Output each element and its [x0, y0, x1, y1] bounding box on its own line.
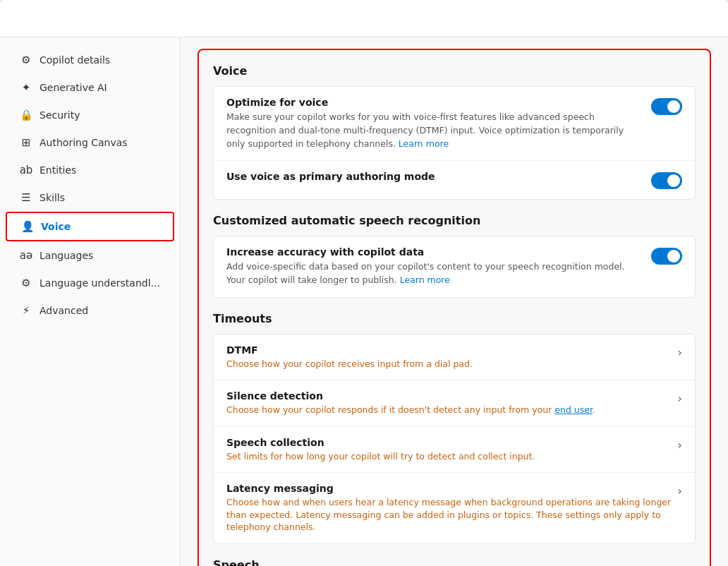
card-desc-optimize-voice: Make sure your copilot works for you wit…	[226, 111, 640, 150]
sidebar-item-voice[interactable]: 👤Voice	[6, 212, 174, 241]
sidebar-label-languages: Languages	[40, 250, 93, 261]
sidebar-item-language-understanding[interactable]: ⚙Language understandl...	[6, 270, 174, 296]
card-title-use-voice-primary: Use voice as primary authoring mode	[226, 171, 640, 182]
security-icon: 🔒	[20, 109, 32, 121]
row-speech-collection[interactable]: Speech collectionSet limits for how long…	[214, 427, 695, 474]
card-title-optimize-voice: Optimize for voice	[226, 97, 640, 108]
sidebar-item-authoring-canvas[interactable]: ⊞Authoring Canvas	[6, 129, 174, 156]
section-title-custom-asr-section: Customized automatic speech recognition	[213, 214, 696, 227]
sidebar-label-entities: Entities	[40, 164, 76, 176]
authoring-canvas-icon: ⊞	[20, 136, 32, 149]
section-title-speech-section: Speech	[213, 558, 696, 566]
sidebar-label-advanced: Advanced	[40, 305, 88, 316]
section-custom-asr-section: Customized automatic speech recognitionI…	[213, 214, 696, 298]
skills-icon: ☰	[20, 191, 32, 204]
sidebar-label-authoring-canvas: Authoring Canvas	[40, 137, 128, 148]
copilot-details-icon: ⚙	[20, 54, 32, 66]
row-desc-speech-collection: Set limits for how long your copilot wil…	[226, 450, 678, 463]
section-title-timeouts-section: Timeouts	[213, 312, 696, 325]
row-title-latency-messaging: Latency messaging	[226, 483, 678, 494]
chevron-silence-detection: ›	[678, 392, 682, 405]
sidebar-label-security: Security	[40, 109, 80, 121]
row-dtmf[interactable]: DTMFChoose how your copilot receives inp…	[214, 335, 695, 381]
entities-icon: ab	[20, 164, 32, 176]
row-title-dtmf: DTMF	[226, 344, 678, 356]
advanced-icon: ⚡	[20, 304, 32, 317]
toggle-optimize-voice[interactable]	[651, 98, 682, 115]
sidebar-item-languages[interactable]: aəLanguages	[6, 242, 174, 269]
sidebar-item-skills[interactable]: ☰Skills	[6, 184, 174, 211]
section-title-voice-section: Voice	[213, 64, 696, 78]
chevron-latency-messaging: ›	[678, 484, 682, 498]
sidebar-label-voice: Voice	[41, 221, 71, 232]
main-content: VoiceOptimize for voiceMake sure your co…	[181, 37, 728, 566]
card-desc-increase-accuracy: Add voice-specific data based on your co…	[226, 260, 640, 287]
row-latency-messaging[interactable]: Latency messagingChoose how and when use…	[214, 473, 695, 543]
card-title-increase-accuracy: Increase accuracy with copilot data	[226, 246, 640, 258]
toggle-increase-accuracy[interactable]	[651, 248, 682, 265]
row-silence-detection[interactable]: Silence detectionChoose how your copilot…	[214, 380, 695, 427]
sidebar: ⚙Copilot details✦Generative AI🔒Security⊞…	[0, 37, 181, 566]
language-understanding-icon: ⚙	[20, 277, 32, 289]
row-title-speech-collection: Speech collection	[226, 437, 678, 448]
sidebar-item-entities[interactable]: abEntities	[6, 157, 174, 183]
row-desc-latency-messaging: Choose how and when users hear a latency…	[226, 496, 678, 534]
voice-icon: 👤	[21, 220, 34, 233]
window-body: ⚙Copilot details✦Generative AI🔒Security⊞…	[0, 37, 728, 566]
sidebar-item-generative-ai[interactable]: ✦Generative AI	[6, 74, 174, 101]
close-button[interactable]	[694, 11, 714, 31]
settings-window: ⚙Copilot details✦Generative AI🔒Security⊞…	[0, 0, 728, 566]
sidebar-label-language-understanding: Language understandl...	[40, 277, 160, 289]
sidebar-label-copilot-details: Copilot details	[40, 54, 110, 66]
sidebar-label-skills: Skills	[40, 192, 65, 203]
card-increase-accuracy: Increase accuracy with copilot dataAdd v…	[214, 236, 695, 297]
card-optimize-voice: Optimize for voiceMake sure your copilot…	[214, 87, 695, 161]
voice-settings-panel: VoiceOptimize for voiceMake sure your co…	[198, 49, 711, 566]
chevron-dtmf: ›	[678, 346, 682, 359]
section-voice-section: VoiceOptimize for voiceMake sure your co…	[213, 64, 696, 200]
chevron-speech-collection: ›	[678, 438, 682, 452]
toggle-use-voice-primary[interactable]	[651, 172, 682, 189]
title-bar	[0, 0, 728, 37]
row-desc-dtmf: Choose how your copilot receives input f…	[226, 358, 678, 371]
sidebar-item-security[interactable]: 🔒Security	[6, 102, 174, 128]
rows-card-timeouts-section: DTMFChoose how your copilot receives inp…	[213, 334, 696, 544]
sidebar-item-advanced[interactable]: ⚡Advanced	[6, 297, 174, 324]
languages-icon: aə	[20, 249, 32, 262]
sidebar-item-copilot-details[interactable]: ⚙Copilot details	[6, 47, 174, 73]
row-title-silence-detection: Silence detection	[226, 390, 678, 402]
row-desc-silence-detection: Choose how your copilot responds if it d…	[226, 404, 678, 416]
generative-ai-icon: ✦	[20, 81, 32, 94]
section-timeouts-section: TimeoutsDTMFChoose how your copilot rece…	[213, 312, 696, 544]
sidebar-label-generative-ai: Generative AI	[40, 82, 107, 93]
card-use-voice-primary: Use voice as primary authoring mode	[214, 161, 695, 199]
section-speech-section: SpeechSensitivityControls the level of s…	[213, 558, 696, 566]
